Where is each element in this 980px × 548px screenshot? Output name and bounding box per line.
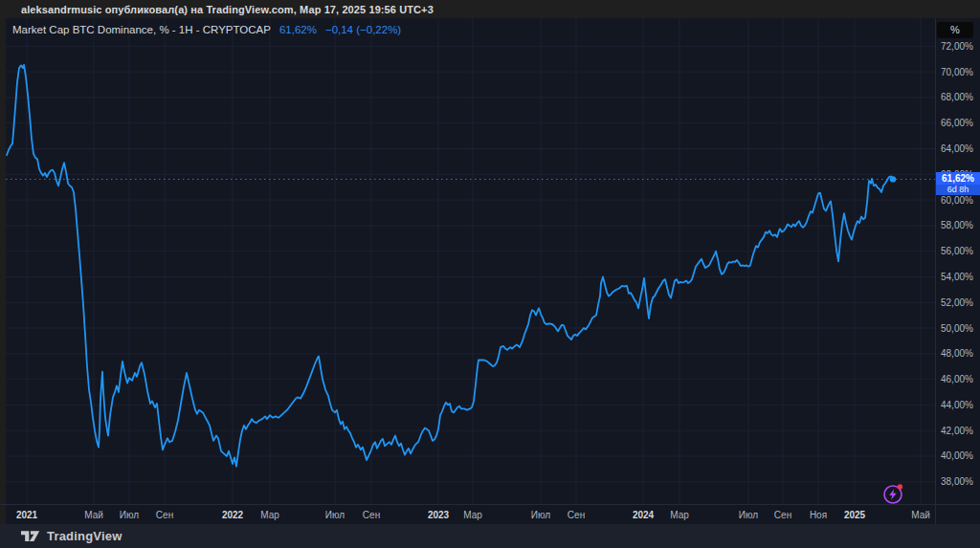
price-tick-label: 48,00% [941, 348, 973, 359]
price-tick-label: 38,00% [941, 476, 973, 487]
price-tick-label: 50,00% [941, 323, 973, 334]
price-tick-label: 72,00% [941, 41, 973, 52]
time-axis[interactable]: 2021МайИюлСен2022МарИюлСен2023МарИюлСен2… [0, 505, 935, 524]
price-tick-label: 56,00% [941, 246, 973, 256]
tradingview-logo-icon [21, 530, 40, 543]
time-tick-label: Мар [463, 510, 482, 520]
price-tick-label: 42,00% [941, 426, 973, 436]
price-tick-label: 44,00% [941, 400, 973, 410]
time-tick-label: Сен [774, 510, 791, 520]
price-change: −0,14 (−0,22%) [325, 24, 401, 35]
price-tick-label: 40,00% [941, 450, 973, 461]
time-tick-label: 2022 [222, 510, 243, 520]
time-tick-label: Июл [739, 510, 758, 520]
price-tick-label: 58,00% [941, 220, 973, 230]
price-tick-label: 54,00% [941, 272, 973, 282]
time-tick-label: Май [84, 510, 103, 520]
tradingview-brand-link[interactable]: TradingView [21, 529, 122, 543]
chart-pane[interactable] [0, 18, 935, 505]
price-tick-label: 70,00% [941, 67, 973, 77]
publication-text: aleksandrmusic опубликовал(а) на Trading… [21, 4, 434, 15]
symbol-title: Market Cap BTC Dominance, % - 1H - CRYPT… [12, 24, 271, 35]
price-tick-label: 66,00% [941, 118, 973, 128]
time-tick-label: 2024 [633, 510, 654, 520]
tradingview-published-chart: aleksandrmusic опубликовал(а) на Trading… [0, 0, 980, 548]
last-price-badge-value: 61,62% [936, 172, 980, 185]
publication-bar: aleksandrmusic опубликовал(а) на Trading… [0, 0, 980, 18]
price-tick-label: 46,00% [941, 374, 973, 384]
last-price-badge: 61,62% 6d 8h [936, 172, 980, 195]
left-gutter [0, 18, 6, 524]
time-tick-label: Мар [260, 510, 279, 520]
time-tick-label: Сен [156, 510, 173, 520]
time-tick-label: Июл [531, 510, 550, 520]
price-tick-label: 60,00% [941, 195, 973, 206]
footer-bar: TradingView [0, 524, 980, 548]
price-tick-label: 52,00% [941, 297, 973, 308]
price-unit-button[interactable]: % [937, 22, 973, 38]
price-tick-label: 64,00% [941, 143, 973, 154]
time-tick-label: 2025 [844, 510, 865, 520]
time-tick-label: 2023 [428, 510, 449, 520]
tradingview-brand-text: TradingView [47, 529, 122, 543]
time-tick-label: Июл [120, 510, 139, 520]
last-point-marker [890, 176, 896, 182]
time-tick-label: Сен [363, 510, 380, 520]
time-tick-label: Ноя [810, 510, 827, 520]
last-price: 61,62% [279, 24, 317, 35]
time-tick-label: Сен [568, 510, 585, 520]
boost-flash-icon [881, 482, 904, 505]
price-tick-label: 68,00% [941, 92, 973, 102]
time-tick-label: Май [911, 510, 930, 520]
time-tick-label: 2021 [16, 510, 37, 520]
price-series-line [7, 65, 893, 467]
boost-button[interactable] [881, 482, 904, 505]
chart-legend: Market Cap BTC Dominance, % - 1H - CRYPT… [12, 24, 401, 35]
time-tick-label: Мар [670, 510, 689, 520]
bar-countdown: 6d 8h [936, 185, 980, 195]
time-tick-label: Июл [325, 510, 345, 520]
